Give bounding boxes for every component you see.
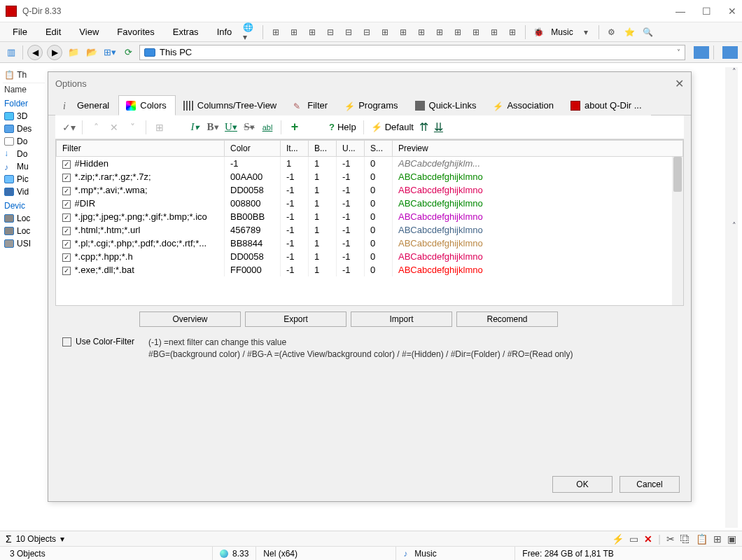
col-it[interactable]: It... <box>281 141 309 157</box>
menu-info[interactable]: Info <box>209 24 241 40</box>
table-row[interactable]: ✓*.pl;*.cgi;*.php;*.pdf;*.doc;*.rtf;*...… <box>57 237 683 250</box>
chevron-up-icon[interactable]: ˄ <box>732 67 736 76</box>
table-row[interactable]: ✓*.zip;*.rar;*.gz;*.7z;00AA00-11-10ABCab… <box>57 170 683 183</box>
layout-2-icon[interactable]: ⊞ <box>287 25 301 39</box>
right-pane-scroll[interactable]: ˄ ˄ <box>725 67 738 528</box>
check-dropdown-icon[interactable]: ✓▾ <box>62 121 75 134</box>
collapse-down-icon[interactable]: ⇊ <box>434 120 443 134</box>
close-button[interactable]: ✕ <box>728 6 736 17</box>
red-x-icon[interactable]: ✕ <box>644 533 652 545</box>
delete-icon[interactable]: ✕ <box>108 121 120 134</box>
sidebar-item-documents[interactable]: Do <box>3 135 45 148</box>
star-icon[interactable]: ⭐ <box>623 25 637 39</box>
import-button[interactable]: Import <box>351 312 452 327</box>
dialog-close-button[interactable]: ✕ <box>675 77 684 90</box>
tab-about[interactable]: about Q-Dir ... <box>563 95 651 115</box>
ok-button[interactable]: OK <box>552 476 612 493</box>
italic-icon[interactable]: I▾ <box>188 121 201 134</box>
add-icon[interactable]: + <box>288 121 301 134</box>
overview-button[interactable]: Overview <box>139 312 241 327</box>
tab-association[interactable]: Association <box>485 95 562 115</box>
strike-icon[interactable]: S▾ <box>243 121 255 134</box>
layout-7-icon[interactable]: ⊞ <box>378 25 392 39</box>
table-row[interactable]: ✓*.jpg;*.jpeg;*.png;*.gif;*.bmp;*.icoBB0… <box>57 210 683 223</box>
pane-toggle-icon[interactable]: ▥ <box>4 46 18 59</box>
menu-edit[interactable]: Edit <box>37 24 69 40</box>
tab-programs[interactable]: Programs <box>337 95 407 115</box>
menu-music[interactable]: Music <box>551 27 573 37</box>
recommend-button[interactable]: Recomend <box>456 312 558 327</box>
window-icon[interactable]: ▣ <box>727 533 736 545</box>
minimize-button[interactable]: — <box>676 6 685 17</box>
forward-button[interactable]: ▶ <box>47 45 62 60</box>
col-color[interactable]: Color <box>225 141 281 157</box>
table-row[interactable]: ✓*.exe;*.dll;*.batFF0000-11-10ABCabcdefg… <box>57 263 683 276</box>
table-row[interactable]: ✓#DIR008800-11-10ABCabcdefghijklmno <box>57 197 683 210</box>
layout-3-icon[interactable]: ⊞ <box>305 25 319 39</box>
objects-dropdown-icon[interactable]: ▾ <box>60 534 64 544</box>
cancel-button[interactable]: Cancel <box>620 476 680 493</box>
grid-icon[interactable]: ⊞ <box>713 533 722 545</box>
layout-12-icon[interactable]: ⊞ <box>469 25 483 39</box>
abl-icon[interactable]: abl <box>261 121 274 134</box>
layout-5-icon[interactable]: ⊟ <box>342 25 356 39</box>
move-down-icon[interactable]: ˅ <box>126 121 139 134</box>
layout-9-icon[interactable]: ⊞ <box>414 25 428 39</box>
up-folder-icon[interactable]: 📁 <box>66 46 80 59</box>
sidebar-item-local1[interactable]: Loc <box>3 212 45 225</box>
music-dropdown-icon[interactable]: ▾ <box>579 25 593 39</box>
collapse-up-icon[interactable]: ⇈ <box>419 120 428 134</box>
monitor-1-icon[interactable] <box>694 46 709 59</box>
bold-icon[interactable]: B▾ <box>206 121 219 134</box>
layout-10-icon[interactable]: ⊞ <box>433 25 447 39</box>
lightning-icon[interactable]: ⚡ <box>612 533 624 545</box>
copy-icon[interactable]: ⿻ <box>680 533 690 545</box>
table-row[interactable]: ✓#Hidden-111-10ABCabcdefghijklm... <box>57 157 683 171</box>
tab-columns[interactable]: Columns/Tree-View <box>176 95 286 115</box>
sidebar-item-usb[interactable]: USI <box>3 237 45 250</box>
layout-11-icon[interactable]: ⊞ <box>451 25 465 39</box>
sidebar-item-videos[interactable]: Vid <box>3 186 45 198</box>
sidebar-item-music[interactable]: Mu <box>3 160 45 173</box>
tab-filter[interactable]: Filter <box>286 95 337 115</box>
menu-favorites[interactable]: Favorites <box>108 24 162 40</box>
cut-icon[interactable]: ✂ <box>666 533 675 545</box>
help-button[interactable]: ? Help <box>329 122 356 132</box>
layout-1-icon[interactable]: ⊞ <box>269 25 283 39</box>
card-icon[interactable]: ▭ <box>629 533 638 545</box>
export-button[interactable]: Export <box>245 312 346 327</box>
menu-view[interactable]: View <box>71 24 107 40</box>
address-bar[interactable]: This PC ˅ <box>139 45 685 60</box>
table-row[interactable]: ✓*.mp*;*.avi;*.wma;DD0058-11-10ABCabcdef… <box>57 183 683 197</box>
layout-13-icon[interactable]: ⊞ <box>487 25 501 39</box>
underline-icon[interactable]: U▾ <box>225 121 237 134</box>
grid-icon[interactable]: ⊞ <box>153 121 166 134</box>
back-button[interactable]: ◀ <box>27 45 43 60</box>
menu-extras[interactable]: Extras <box>164 24 207 40</box>
sidebar-item-3d[interactable]: 3D <box>3 110 45 122</box>
tab-quick-links[interactable]: Quick-Links <box>407 95 486 115</box>
tab-colors[interactable]: Colors <box>118 95 176 115</box>
menu-file[interactable]: File <box>4 24 36 40</box>
table-row[interactable]: ✓*.cpp;*.hpp;*.hDD0058-11-10ABCabcdefghi… <box>57 250 683 263</box>
address-dropdown-icon[interactable]: ˅ <box>677 48 680 56</box>
misc-icon[interactable]: 🐞 <box>531 25 545 39</box>
use-color-filter-checkbox[interactable]: Use Color-Filter <box>62 337 134 346</box>
gear-icon[interactable]: ⚙ <box>605 25 619 39</box>
zoom-icon[interactable]: 🔍 <box>641 25 655 39</box>
sidebar-item-local2[interactable]: Loc <box>3 225 45 237</box>
view-dropdown-icon[interactable]: ⊞▾ <box>103 46 117 59</box>
refresh-icon[interactable]: ⟳ <box>121 46 135 59</box>
sidebar-item-pictures[interactable]: Pic <box>3 173 45 186</box>
layout-14-icon[interactable]: ⊞ <box>505 25 519 39</box>
table-scrollbar[interactable] <box>672 157 683 305</box>
folder-icon[interactable]: 📂 <box>85 46 99 59</box>
table-row[interactable]: ✓*.html;*.htm;*.url456789-11-10ABCabcdef… <box>57 223 683 237</box>
paste-icon[interactable]: 📋 <box>696 533 708 545</box>
globe-dropdown-icon[interactable]: 🌐▾ <box>243 25 257 39</box>
maximize-button[interactable]: ☐ <box>702 6 711 17</box>
col-s[interactable]: S... <box>365 141 393 157</box>
sidebar-item-downloads[interactable]: Do <box>3 148 45 160</box>
default-button[interactable]: ⚡ Default <box>371 122 414 132</box>
chevron-up-icon[interactable]: ˄ <box>732 221 736 230</box>
